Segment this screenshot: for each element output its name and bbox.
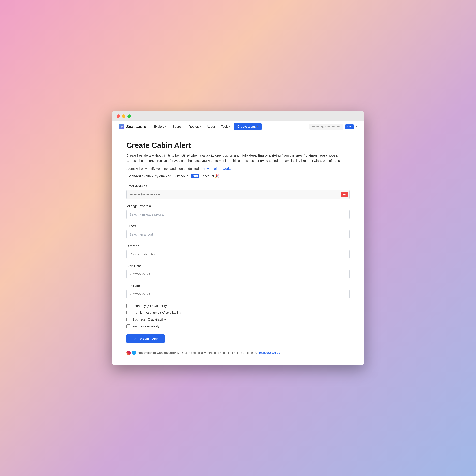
- airport-group: Airport Select an airport: [126, 224, 350, 239]
- extended-availability-notice: Extended availability enabled with your …: [126, 174, 350, 178]
- premium-economy-label[interactable]: Premium economy (W) availability: [132, 311, 181, 315]
- chevron-down-icon: ▾: [200, 125, 201, 128]
- first-checkbox[interactable]: [126, 324, 130, 328]
- browser-window: ✈ Seats.aero Explore ▾ Search Routes ▾ A…: [112, 111, 364, 365]
- titlebar: [112, 111, 364, 121]
- economy-label[interactable]: Economy (Y) availability: [132, 304, 167, 308]
- nav-routes[interactable]: Routes ▾: [186, 123, 203, 130]
- business-label[interactable]: Business (J) availability: [132, 318, 166, 322]
- first-checkbox-item: First (F) availability: [126, 324, 350, 328]
- mileage-program-group: Mileage Program Select a mileage program: [126, 204, 350, 219]
- chevron-down-icon[interactable]: ▾: [356, 125, 357, 128]
- version-code: 1e7b0552/syd/sjc: [259, 351, 280, 354]
- email-edit-button[interactable]: ⋯: [341, 192, 348, 197]
- email-field[interactable]: [126, 190, 350, 199]
- email-label: Email Address: [126, 184, 350, 188]
- nav-right: ••••••••@••••••••.••• PRO ▾: [309, 124, 357, 130]
- chevron-down-icon: ▾: [257, 125, 258, 128]
- browser-content: ✈ Seats.aero Explore ▾ Search Routes ▾ A…: [112, 121, 364, 365]
- minimize-button[interactable]: [122, 114, 125, 118]
- end-date-label: End Date: [126, 284, 350, 288]
- cabin-class-checkboxes: Economy (Y) availability Premium economy…: [126, 304, 350, 328]
- mileage-program-select[interactable]: Select a mileage program: [126, 210, 350, 219]
- twitter-icon[interactable]: [132, 351, 136, 355]
- close-button[interactable]: [117, 114, 120, 118]
- economy-checkbox-item: Economy (Y) availability: [126, 304, 350, 308]
- end-date-group: End Date: [126, 284, 350, 299]
- email-group: Email Address ⋯: [126, 184, 350, 199]
- premium-economy-checkbox[interactable]: [126, 311, 130, 314]
- premium-economy-checkbox-item: Premium economy (W) availability: [126, 311, 350, 315]
- how-alerts-link[interactable]: How do alerts work?: [203, 167, 232, 170]
- chevron-down-icon: ▾: [229, 125, 230, 128]
- airport-select[interactable]: Select an airport: [126, 230, 350, 239]
- direction-label: Direction: [126, 244, 350, 248]
- nav-items: Explore ▾ Search Routes ▾ About Tools ▾: [151, 123, 309, 130]
- mileage-label: Mileage Program: [126, 204, 350, 208]
- economy-checkbox[interactable]: [126, 304, 130, 308]
- nav-tools[interactable]: Tools ▾: [219, 123, 233, 130]
- airport-label: Airport: [126, 224, 350, 228]
- pro-inline-badge: PRO: [191, 174, 199, 178]
- page-title: Create Cabin Alert: [126, 141, 350, 150]
- start-date-group: Start Date: [126, 264, 350, 279]
- business-checkbox-item: Business (J) availability: [126, 318, 350, 322]
- navbar: ✈ Seats.aero Explore ▾ Search Routes ▾ A…: [112, 121, 364, 132]
- business-checkbox[interactable]: [126, 318, 130, 321]
- direction-input[interactable]: [126, 250, 350, 259]
- page-description: Create free alerts without limits to be …: [126, 153, 350, 163]
- alert-note: Alerts will only notify you once and the…: [126, 167, 350, 171]
- nav-explore[interactable]: Explore ▾: [151, 123, 169, 130]
- direction-group: Direction: [126, 244, 350, 259]
- chevron-down-icon: ▾: [165, 125, 167, 128]
- nav-search[interactable]: Search: [170, 123, 185, 130]
- traffic-lights: [117, 114, 131, 118]
- create-alerts-button[interactable]: Create alerts ▾: [234, 123, 262, 130]
- main-content: Create Cabin Alert Create free alerts wi…: [112, 132, 364, 365]
- start-date-label: Start Date: [126, 264, 350, 268]
- info-icon: ℹ: [201, 167, 202, 170]
- footer-note: Not affiliated with any airline. Data is…: [126, 351, 350, 355]
- brand[interactable]: ✈ Seats.aero: [119, 124, 146, 129]
- maximize-button[interactable]: [127, 114, 131, 118]
- start-date-input[interactable]: [126, 270, 350, 279]
- brand-icon: ✈: [119, 124, 124, 129]
- email-input-wrapper: ⋯: [126, 190, 350, 199]
- end-date-input[interactable]: [126, 289, 350, 299]
- nav-about[interactable]: About: [204, 123, 218, 130]
- pro-badge: PRO: [345, 124, 354, 129]
- create-cabin-alert-button[interactable]: Create Cabin Alert: [126, 334, 165, 343]
- user-email: ••••••••@••••••••.•••: [309, 124, 343, 130]
- edit-icon: ⋯: [343, 193, 346, 196]
- first-label[interactable]: First (F) availability: [132, 324, 159, 328]
- social-icons: [126, 351, 136, 355]
- brand-name: Seats.aero: [126, 124, 146, 129]
- instagram-icon[interactable]: [126, 351, 131, 355]
